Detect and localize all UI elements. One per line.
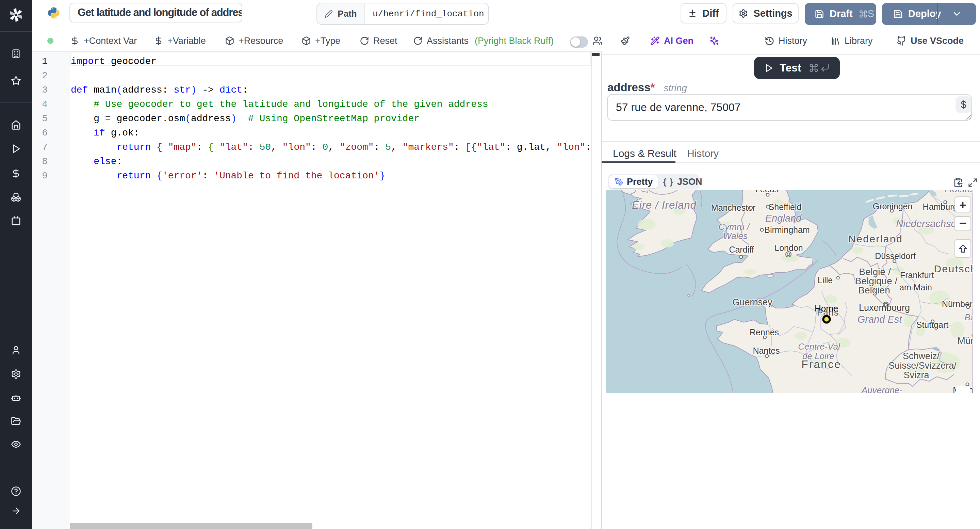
svg-text:Birmingham: Birmingham bbox=[764, 225, 810, 234]
svg-text:London: London bbox=[775, 243, 803, 253]
svg-text:Düsseldorf: Düsseldorf bbox=[875, 251, 916, 261]
svg-text:Niedersachsen: Niedersachsen bbox=[896, 218, 962, 229]
svg-text:Nederland: Nederland bbox=[848, 233, 903, 244]
svg-text:Manchester: Manchester bbox=[711, 203, 756, 212]
svg-text:am Main: am Main bbox=[899, 282, 932, 292]
svg-text:Auvergne-: Auvergne- bbox=[861, 385, 902, 393]
svg-text:Belgien: Belgien bbox=[858, 285, 890, 295]
svg-text:Holstein: Holstein bbox=[945, 190, 972, 194]
svg-text:Lille: Lille bbox=[818, 276, 833, 285]
svg-text:Guernsey: Guernsey bbox=[732, 297, 772, 308]
svg-text:Suisse/Svizzera/: Suisse/Svizzera/ bbox=[888, 360, 956, 371]
svg-text:Frankfurt: Frankfurt bbox=[900, 270, 934, 280]
svg-text:Centre-Val: Centre-Val bbox=[798, 341, 840, 352]
svg-text:Hamburg: Hamburg bbox=[923, 202, 958, 211]
svg-text:Grand Est: Grand Est bbox=[858, 314, 902, 325]
svg-text:Svizra: Svizra bbox=[904, 370, 929, 380]
svg-text:Éire / Ireland: Éire / Ireland bbox=[632, 199, 697, 211]
svg-text:Home: Home bbox=[815, 303, 838, 314]
svg-text:München: München bbox=[957, 335, 972, 346]
svg-text:Wales: Wales bbox=[723, 231, 748, 241]
svg-text:Bay: Bay bbox=[965, 312, 972, 322]
svg-text:Deutschland: Deutschland bbox=[934, 263, 972, 274]
svg-text:England: England bbox=[765, 213, 802, 224]
svg-text:Cardiff: Cardiff bbox=[729, 245, 754, 254]
svg-text:Sheffield: Sheffield bbox=[769, 202, 802, 212]
svg-text:Schweiz/: Schweiz/ bbox=[903, 351, 940, 361]
svg-text:Nantes: Nantes bbox=[753, 346, 780, 355]
svg-text:Cymru /: Cymru / bbox=[719, 221, 751, 232]
svg-text:de Loire: de Loire bbox=[802, 351, 834, 361]
